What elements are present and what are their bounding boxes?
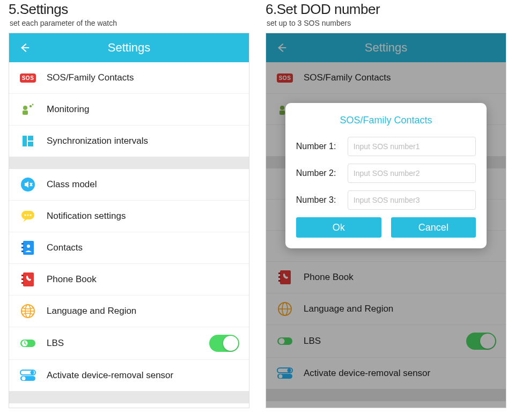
field-label: Number 2:: [296, 168, 348, 178]
cancel-button[interactable]: Cancel: [391, 217, 476, 238]
svg-rect-22: [21, 282, 24, 284]
sos-input-3[interactable]: [348, 190, 476, 210]
row-label: Synchronization intervals: [47, 136, 239, 146]
sos-field-2: Number 2:: [296, 164, 476, 183]
lbs-toggle[interactable]: [209, 335, 239, 352]
field-label: Number 1:: [296, 142, 348, 151]
sos-input-1[interactable]: [348, 137, 476, 156]
row-phonebook[interactable]: Phone Book: [9, 264, 249, 296]
row-notification[interactable]: Notification settings: [9, 201, 249, 232]
sos-field-3: Number 3:: [296, 190, 476, 210]
row-label: Contacts: [47, 242, 239, 253]
row-contacts[interactable]: Contacts: [9, 232, 249, 264]
sos-input-2[interactable]: [348, 164, 476, 183]
row-label: Notification settings: [47, 211, 239, 222]
row-sync[interactable]: Synchronization intervals: [9, 126, 249, 157]
svg-rect-17: [21, 250, 24, 252]
phone-screen-left: Settings SOS SOS/Family Contacts Monitor…: [9, 33, 249, 408]
row-lbs[interactable]: LBS: [9, 327, 249, 360]
svg-rect-1: [23, 110, 28, 115]
back-arrow-icon: [19, 42, 31, 54]
svg-point-2: [30, 105, 32, 107]
ok-button[interactable]: Ok: [296, 217, 381, 238]
row-label: Monitoring: [47, 104, 239, 115]
row-label: Class model: [47, 179, 239, 190]
page-title: Settings: [108, 41, 151, 55]
svg-point-31: [22, 377, 26, 380]
monitoring-icon: [19, 101, 37, 117]
svg-rect-5: [28, 136, 33, 141]
lbs-toggle-icon: [19, 335, 37, 351]
row-label: LBS: [47, 338, 209, 349]
row-language[interactable]: Language and Region: [9, 296, 249, 327]
svg-point-3: [32, 104, 34, 106]
globe-icon: [19, 303, 37, 319]
svg-point-29: [31, 371, 34, 374]
notification-icon: [19, 208, 37, 224]
svg-rect-6: [28, 142, 33, 146]
svg-point-0: [23, 106, 27, 110]
row-removal-sensor[interactable]: Activate device-removal sensor: [9, 360, 249, 391]
mute-icon: [19, 176, 37, 193]
svg-point-18: [27, 245, 30, 248]
contacts-icon: [19, 240, 37, 256]
phonebook-icon: [19, 271, 37, 288]
dialog-title: SOS/Family Contacts: [296, 115, 476, 126]
app-bar: Settings: [9, 33, 249, 62]
svg-rect-20: [21, 275, 24, 276]
sos-dialog: SOS/Family Contacts Number 1: Number 2: …: [285, 103, 487, 248]
svg-rect-4: [23, 136, 27, 146]
sync-icon: [19, 133, 37, 149]
settings-body: SOS SOS/Family Contacts Monitoring Syn: [9, 62, 249, 408]
svg-rect-16: [21, 247, 24, 248]
sos-field-1: Number 1:: [296, 137, 476, 156]
row-monitoring[interactable]: Monitoring: [9, 94, 249, 126]
section-5-heading: 5.Settings: [9, 1, 249, 18]
svg-point-13: [30, 214, 31, 216]
modal-overlay[interactable]: SOS/Family Contacts Number 1: Number 2: …: [266, 33, 506, 408]
svg-rect-15: [21, 243, 24, 245]
row-label: Phone Book: [47, 274, 239, 285]
back-button[interactable]: [17, 40, 33, 56]
svg-point-11: [24, 214, 26, 216]
svg-point-12: [27, 214, 28, 216]
section-6-heading: 6.Set DOD number: [266, 1, 506, 18]
row-label: SOS/Family Contacts: [47, 72, 239, 83]
sos-icon: SOS: [20, 73, 36, 83]
removal-sensor-icon: [19, 367, 37, 384]
section-5-subheading: set each parameter of the watch: [10, 19, 249, 27]
svg-rect-21: [21, 278, 24, 280]
row-label: Activate device-removal sensor: [47, 370, 239, 381]
row-label: Language and Region: [47, 306, 239, 316]
row-sos[interactable]: SOS SOS/Family Contacts: [9, 62, 249, 94]
phone-screen-right: Settings SOS SOS/Family Contacts: [266, 33, 506, 408]
field-label: Number 3:: [296, 195, 348, 205]
section-6-subheading: set up to 3 SOS numbers: [267, 19, 506, 27]
row-class-model[interactable]: Class model: [9, 169, 249, 201]
row-shutdown[interactable]: Shutdown the device from the app: [9, 403, 249, 408]
